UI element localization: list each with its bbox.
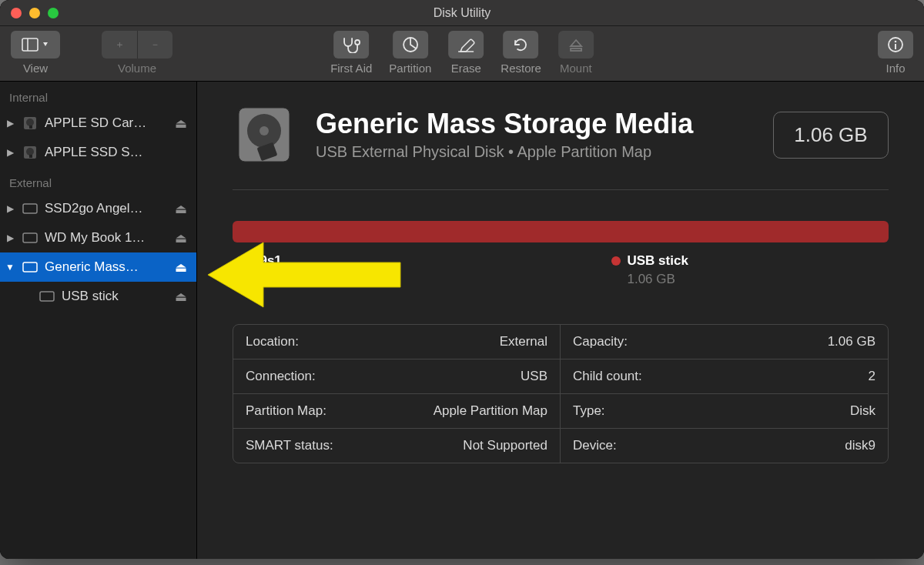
partition-button[interactable]: [393, 31, 428, 59]
external-disk-icon: [22, 259, 38, 276]
sidebar-item-wd-mybook[interactable]: ▶ WD My Book 1… ⏏: [0, 223, 196, 252]
erase-group: Erase: [448, 31, 484, 75]
zoom-icon[interactable]: [48, 8, 59, 18]
piechart-icon: [401, 35, 420, 54]
firstaid-label: First Aid: [330, 62, 372, 75]
eject-icon[interactable]: ⏏: [175, 289, 190, 305]
close-icon[interactable]: [11, 8, 22, 18]
info-key: Capacity:: [573, 334, 628, 349]
sidebar-item-apple-sd[interactable]: ▶ APPLE SD Car… ⏏: [0, 109, 196, 138]
info-value: 2: [869, 369, 875, 384]
eraser-icon: [456, 36, 476, 53]
svg-rect-8: [895, 44, 896, 49]
sidebar-item-generic-mass[interactable]: ▼ Generic Mass… ⏏: [0, 252, 196, 282]
internal-disk-icon: [22, 144, 38, 161]
info-group: Info: [878, 31, 913, 75]
divider: [233, 189, 889, 190]
titlebar: Disk Utility: [0, 0, 924, 26]
disclosure-icon[interactable]: ▶: [5, 203, 15, 214]
info-key: Location:: [246, 334, 299, 349]
info-value: disk9: [845, 438, 875, 453]
sidebar-item-ssd2go[interactable]: ▶ SSD2go Angel… ⏏: [0, 194, 196, 223]
erase-label: Erase: [451, 62, 481, 75]
info-value: 1.06 GB: [828, 334, 875, 349]
info-key: Type:: [573, 403, 605, 419]
stethoscope-icon: [341, 36, 361, 53]
sidebar-icon: [22, 38, 49, 52]
disk-utility-window: Disk Utility View ＋ － Volume: [0, 0, 924, 559]
disclosure-icon[interactable]: ▶: [5, 118, 15, 129]
internal-disk-icon: [22, 115, 38, 132]
info-key: Child count:: [573, 369, 642, 384]
firstaid-button[interactable]: [333, 31, 369, 59]
info-row-partitionmap: Partition Map: Apple Partition Map: [233, 393, 561, 428]
partition-legend-item: USB stick 1.06 GB: [611, 253, 688, 287]
sidebar: Internal ▶ APPLE SD Car… ⏏ ▶ APPLE SSD S…: [0, 82, 197, 559]
disk-subtitle: USB External Physical Disk • Apple Parti…: [316, 143, 753, 161]
volume-label: Volume: [118, 62, 156, 75]
svg-rect-14: [29, 155, 32, 158]
disk-info-table: Location: External Capacity: 1.06 GB Con…: [233, 324, 889, 463]
eject-icon[interactable]: ⏏: [175, 230, 190, 246]
info-key: Device:: [573, 438, 617, 453]
info-key: SMART status:: [246, 438, 333, 453]
eject-icon[interactable]: ⏏: [175, 259, 190, 276]
restore-group: Restore: [500, 31, 541, 75]
svg-point-13: [26, 148, 34, 155]
mount-label: Mount: [560, 62, 592, 75]
svg-point-2: [355, 40, 360, 45]
svg-point-10: [26, 119, 34, 126]
sidebar-item-apple-ssd[interactable]: ▶ APPLE SSD S…: [0, 138, 196, 167]
svg-rect-17: [23, 262, 37, 272]
disclosure-icon[interactable]: ▼: [5, 262, 15, 272]
firstaid-group: First Aid: [330, 31, 372, 75]
volume-segmented: ＋ －: [102, 31, 172, 59]
partition-bar[interactable]: [233, 221, 889, 242]
view-group: View: [11, 31, 60, 75]
partition-label: Partition: [389, 62, 431, 75]
sidebar-item-label: APPLE SD Car…: [45, 115, 175, 131]
partition-legend: k9s1 32 KB USB stick 1.06 GB: [233, 253, 889, 287]
info-value: Disk: [850, 403, 875, 419]
minimize-icon[interactable]: [29, 8, 40, 18]
svg-point-7: [895, 41, 897, 43]
eject-icon[interactable]: ⏏: [175, 201, 190, 217]
svg-rect-0: [22, 38, 38, 51]
volume-group: ＋ － Volume: [102, 31, 172, 75]
info-row-type: Type: Disk: [561, 393, 888, 428]
info-row-smart: SMART status: Not Supported: [233, 428, 561, 463]
external-disk-icon: [22, 200, 38, 217]
view-button[interactable]: [11, 31, 60, 59]
svg-point-22: [259, 126, 269, 135]
disclosure-icon[interactable]: ▶: [5, 232, 15, 243]
main: Internal ▶ APPLE SD Car… ⏏ ▶ APPLE SSD S…: [0, 82, 924, 559]
sidebar-item-label: Generic Mass…: [45, 259, 175, 275]
partition-size: 1.06 GB: [627, 272, 688, 287]
disk-name: Generic Mass Storage Media: [316, 109, 753, 139]
disclosure-icon[interactable]: ▶: [5, 147, 15, 158]
svg-rect-16: [23, 233, 37, 242]
sidebar-section-internal: Internal: [0, 88, 196, 109]
partition-group: Partition: [389, 31, 431, 75]
restore-label: Restore: [500, 62, 541, 75]
view-label: View: [23, 62, 48, 75]
erase-button[interactable]: [448, 31, 484, 59]
sidebar-item-label: WD My Book 1…: [45, 230, 175, 246]
sidebar-section-external: External: [0, 173, 196, 194]
partition-legend-item: k9s1 32 KB: [237, 253, 288, 287]
svg-rect-5: [571, 48, 581, 51]
info-key: Partition Map:: [246, 403, 326, 419]
partition-name: k9s1: [237, 253, 288, 269]
eject-icon[interactable]: ⏏: [175, 115, 190, 132]
svg-rect-18: [40, 292, 54, 301]
capacity-badge: 1.06 GB: [773, 112, 889, 159]
svg-rect-11: [29, 125, 32, 129]
volume-add-button: ＋: [102, 31, 137, 59]
sidebar-item-usb-stick[interactable]: ▶ USB stick ⏏: [0, 282, 196, 311]
external-disk-icon: [22, 229, 38, 246]
info-row-device: Device: disk9: [561, 428, 888, 463]
info-value: USB: [521, 369, 547, 384]
info-value: Not Supported: [463, 438, 547, 453]
restore-button[interactable]: [504, 31, 539, 59]
info-button[interactable]: [878, 31, 913, 59]
